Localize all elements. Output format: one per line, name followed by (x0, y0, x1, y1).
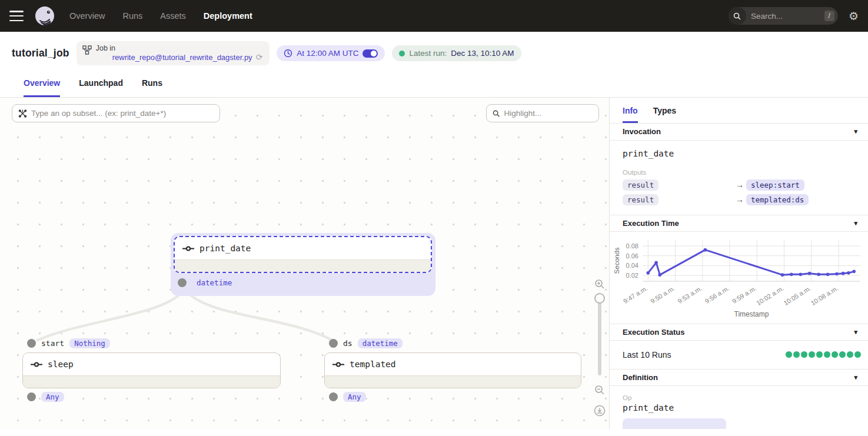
output-port[interactable] (178, 278, 187, 287)
maps-to-arrow-icon: → (736, 180, 746, 189)
run-status-dot[interactable] (824, 351, 830, 358)
section-execution-status[interactable]: Execution Status ▾ (610, 324, 868, 341)
latest-run-badge[interactable]: Latest run: Dec 13, 10:10 AM (392, 45, 521, 61)
details-sidebar: Info Types Invocation ▾ print_date Outpu… (609, 98, 868, 429)
input-port[interactable] (27, 339, 36, 348)
svg-text:9:50 a.m.: 9:50 a.m. (649, 284, 676, 304)
clock-icon (284, 49, 292, 58)
run-status-dot[interactable] (809, 351, 815, 358)
highlight-input[interactable] (504, 109, 593, 118)
top-nav: Overview Runs Assets Deployment / ⚙ (0, 0, 868, 32)
svg-text:Timestamp: Timestamp (734, 310, 769, 318)
input-port[interactable] (329, 339, 338, 348)
nav-item-assets[interactable]: Assets (160, 11, 186, 21)
chevron-down-icon: ▾ (854, 328, 857, 336)
svg-text:0.02: 0.02 (626, 272, 638, 279)
svg-text:9:47 a.m.: 9:47 a.m. (622, 284, 648, 304)
zoom-slider-track[interactable] (598, 298, 601, 375)
node-templated[interactable]: templated (324, 352, 581, 388)
op-icon (182, 246, 194, 251)
type-tag-nothing[interactable]: Nothing (69, 338, 110, 348)
tab-types[interactable]: Types (653, 106, 676, 123)
svg-text:10:05 a.m.: 10:05 a.m. (782, 284, 812, 307)
definition-op-name: print_date (623, 403, 855, 412)
run-status-dot[interactable] (786, 351, 792, 358)
schedule-toggle[interactable] (363, 49, 378, 58)
op-subset-input[interactable] (31, 109, 214, 118)
run-status-dot[interactable] (793, 351, 800, 358)
zoom-slider-knob[interactable] (594, 293, 605, 304)
chevron-down-icon: ▾ (854, 128, 857, 135)
type-tag-any[interactable]: Any (343, 392, 366, 402)
primary-nav: Overview Runs Assets Deployment (69, 11, 252, 21)
highlight-search-icon (493, 109, 500, 118)
node-title: sleep (48, 360, 74, 369)
zoom-out-icon[interactable] (594, 385, 605, 395)
node-sleep[interactable]: sleep (22, 352, 281, 388)
op-icon (332, 362, 344, 367)
search-input[interactable] (746, 12, 824, 21)
search-shortcut-key: / (824, 11, 834, 21)
job-in-label: Job in (96, 44, 263, 52)
run-status-dots[interactable] (786, 351, 861, 358)
job-header: tutorial_job Job in rewrite_repo@tutoria… (0, 32, 868, 97)
run-status-dot[interactable] (832, 351, 838, 358)
section-execution-time[interactable]: Execution Time ▾ (610, 215, 868, 232)
nav-item-runs[interactable]: Runs (122, 11, 142, 21)
output-target-tag[interactable]: sleep:start (746, 179, 804, 191)
run-status-dot[interactable] (839, 351, 846, 358)
output-name-tag: result (623, 179, 659, 191)
run-status-dot[interactable] (801, 351, 807, 358)
zoom-slider[interactable] (597, 293, 602, 380)
latest-run-time[interactable]: Dec 13, 10:10 AM (451, 49, 514, 58)
chevron-down-icon: ▾ (854, 219, 857, 227)
schedule-badge[interactable]: At 12:00 AM UTC (277, 45, 385, 61)
output-target-tag[interactable]: templated:ds (746, 194, 809, 205)
op-selector-icon (18, 109, 27, 118)
op-graph-canvas[interactable]: print_date datetime start Nothing (0, 98, 609, 429)
settings-gear-icon[interactable]: ⚙ (849, 11, 859, 22)
svg-text:9:53 a.m.: 9:53 a.m. (677, 284, 703, 304)
input-name: start (41, 339, 64, 348)
tab-launchpad[interactable]: Launchpad (79, 78, 123, 97)
zoom-in-icon[interactable] (594, 279, 605, 289)
recenter-view-icon[interactable] (594, 405, 606, 417)
node-print-date-selected-halo: print_date datetime (171, 233, 435, 296)
type-tag-datetime[interactable]: datetime (358, 338, 403, 348)
invocation-op-name: print_date (623, 149, 855, 158)
definition-kind-label: Op (623, 394, 855, 401)
last-runs-row: Last 10 Runs (610, 341, 868, 369)
tab-info[interactable]: Info (623, 106, 638, 123)
svg-text:10:08 a.m.: 10:08 a.m. (810, 284, 839, 307)
maps-to-arrow-icon: → (736, 195, 746, 204)
nav-item-deployment[interactable]: Deployment (204, 11, 252, 21)
tab-runs[interactable]: Runs (142, 78, 162, 97)
job-graph-icon (82, 45, 92, 55)
node-body (23, 375, 280, 388)
nav-item-overview[interactable]: Overview (69, 11, 105, 21)
svg-text:9:56 a.m.: 9:56 a.m. (704, 284, 730, 304)
run-status-dot[interactable] (854, 351, 861, 358)
type-tag-any[interactable]: Any (41, 392, 64, 402)
section-definition[interactable]: Definition ▾ (610, 369, 868, 386)
type-tag-datetime[interactable]: datetime (192, 278, 237, 288)
output-port[interactable] (27, 392, 36, 401)
dagster-logo-icon[interactable] (34, 5, 55, 26)
job-location-badge[interactable]: Job in rewrite_repo@tutorial_rewrite_dag… (77, 41, 270, 65)
zoom-controls (592, 279, 607, 417)
output-row: result → templated:ds (623, 194, 855, 205)
page-title: tutorial_job (12, 47, 69, 59)
reload-repo-icon[interactable]: ⟳ (256, 52, 263, 62)
tab-overview[interactable]: Overview (24, 78, 60, 97)
node-print-date[interactable]: print_date (174, 236, 432, 273)
op-icon (31, 362, 42, 367)
output-port[interactable] (329, 392, 338, 401)
menu-icon[interactable] (9, 11, 24, 21)
repo-link[interactable]: rewrite_repo@tutorial_rewrite_dagster.py (112, 53, 252, 62)
node-title: templated (350, 360, 396, 369)
run-status-dot[interactable] (816, 351, 823, 358)
node-body (175, 259, 431, 272)
global-search[interactable]: / (729, 7, 838, 25)
run-status-dot[interactable] (847, 351, 853, 358)
section-invocation[interactable]: Invocation ▾ (610, 124, 868, 141)
